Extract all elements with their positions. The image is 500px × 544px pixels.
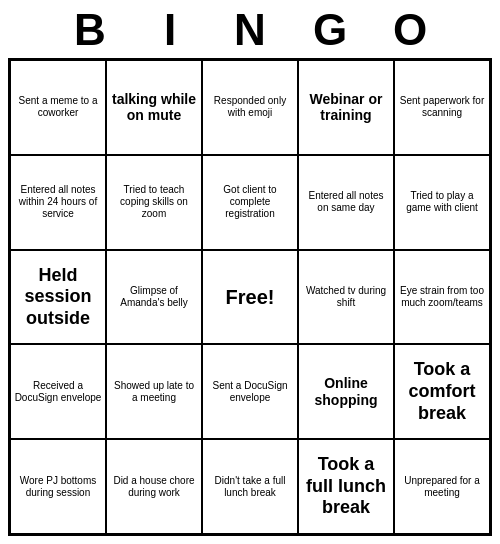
bingo-cell-6: Tried to teach coping skills on zoom	[106, 155, 202, 250]
bingo-grid: Sent a meme to a coworkertalking while o…	[8, 58, 492, 536]
bingo-cell-18: Online shopping	[298, 344, 394, 439]
bingo-cell-16: Showed up late to a meeting	[106, 344, 202, 439]
bingo-cell-20: Wore PJ bottoms during session	[10, 439, 106, 534]
bingo-cell-14: Eye strain from too much zoom/teams	[394, 250, 490, 345]
bingo-cell-8: Entered all notes on same day	[298, 155, 394, 250]
bingo-cell-5: Entered all notes within 24 hours of ser…	[10, 155, 106, 250]
bingo-cell-0: Sent a meme to a coworker	[10, 60, 106, 155]
bingo-cell-23: Took a full lunch break	[298, 439, 394, 534]
bingo-letter-i: I	[130, 8, 210, 52]
bingo-cell-10: Held session outside	[10, 250, 106, 345]
bingo-letter-g: G	[290, 8, 370, 52]
bingo-cell-12: Free!	[202, 250, 298, 345]
bingo-cell-11: Glimpse of Amanda's belly	[106, 250, 202, 345]
bingo-cell-1: talking while on mute	[106, 60, 202, 155]
bingo-letter-o: O	[370, 8, 450, 52]
bingo-cell-17: Sent a DocuSign envelope	[202, 344, 298, 439]
bingo-cell-4: Sent paperwork for scanning	[394, 60, 490, 155]
bingo-cell-22: Didn't take a full lunch break	[202, 439, 298, 534]
bingo-title: BINGO	[50, 8, 450, 52]
bingo-cell-19: Took a comfort break	[394, 344, 490, 439]
bingo-cell-21: Did a house chore during work	[106, 439, 202, 534]
bingo-cell-7: Got client to complete registration	[202, 155, 298, 250]
bingo-cell-3: Webinar or training	[298, 60, 394, 155]
bingo-cell-9: Tried to play a game with client	[394, 155, 490, 250]
bingo-letter-n: N	[210, 8, 290, 52]
bingo-letter-b: B	[50, 8, 130, 52]
bingo-cell-2: Responded only with emoji	[202, 60, 298, 155]
bingo-cell-24: Unprepared for a meeting	[394, 439, 490, 534]
bingo-cell-15: Received a DocuSign envelope	[10, 344, 106, 439]
bingo-cell-13: Watched tv during shift	[298, 250, 394, 345]
